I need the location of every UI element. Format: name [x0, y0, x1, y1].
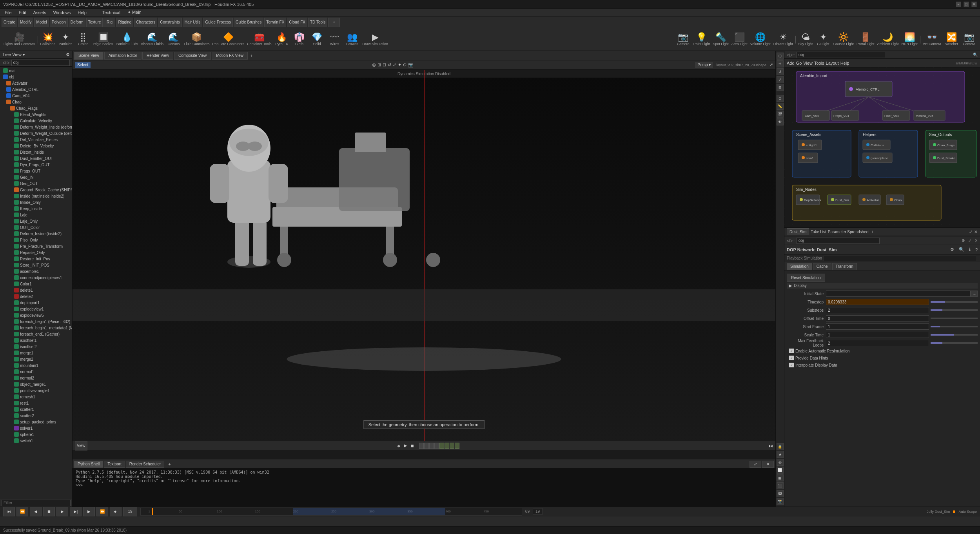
- toolbar-guideprocess-btn[interactable]: Guide Process: [203, 18, 233, 27]
- dop-search-icon[interactable]: 🔍: [959, 247, 964, 252]
- vp-tool-7[interactable]: ⊙: [403, 62, 407, 67]
- tree-item[interactable]: Chao: [0, 99, 72, 105]
- dop-tab-cache[interactable]: Cache: [813, 263, 831, 270]
- tree-item[interactable]: Cam_V04: [0, 93, 72, 99]
- menu-main[interactable]: ✦ Main: [124, 9, 145, 16]
- tab-scene-view[interactable]: Scene View: [74, 52, 103, 60]
- vp-tool-8[interactable]: 📷: [408, 62, 414, 67]
- side-tool-wireframe[interactable]: ⬜: [777, 467, 784, 474]
- toolbar-rigging-btn[interactable]: Rigging: [116, 18, 133, 27]
- tree-item[interactable]: Geo_OUT: [0, 180, 72, 187]
- vp-expand[interactable]: ⤢: [769, 62, 773, 67]
- tl-prev-frame-btn[interactable]: ◀: [30, 507, 42, 516]
- dop-close-icon[interactable]: ✕: [975, 238, 978, 243]
- tree-item[interactable]: Frags_OUT: [0, 168, 72, 174]
- tree-item[interactable]: Blend_Weights: [0, 111, 72, 118]
- tool-camera[interactable]: 📷 Camera: [675, 29, 692, 50]
- tree-item[interactable]: dopimport1: [0, 300, 72, 306]
- tool-grains[interactable]: ⣿ Grains: [74, 29, 92, 50]
- vp-tool-1[interactable]: ◎: [372, 62, 376, 67]
- tool-wires[interactable]: 〰 Wires: [326, 29, 343, 50]
- tool-caustic-light[interactable]: 🔆 Caustic Light: [832, 29, 855, 50]
- tool-vr-camera[interactable]: 👓 VR Camera: [922, 29, 942, 50]
- tree-item[interactable]: mat: [0, 67, 72, 74]
- tree-item[interactable]: Deform_Weight_Outside (deform): [0, 130, 72, 136]
- playback-sim-input[interactable]: [824, 256, 976, 261]
- side-tool-ruler[interactable]: 📏: [777, 103, 784, 110]
- tree-item[interactable]: Deform_Inside (inside2): [0, 231, 72, 237]
- tree-item[interactable]: connectadjacentpieces1: [0, 274, 72, 281]
- timeline-playhead[interactable]: [152, 508, 153, 515]
- tool-cloth[interactable]: 👘 Cloth: [290, 29, 308, 50]
- tool-lights-cameras[interactable]: 🎥 Lights and Cameras: [2, 29, 36, 50]
- tl-next-key-btn[interactable]: ⏩: [96, 507, 108, 516]
- tree-item[interactable]: sphere1: [0, 431, 72, 438]
- dop-settings-icon[interactable]: ⚙: [962, 238, 965, 243]
- max-feedback-loops-input[interactable]: [826, 340, 929, 346]
- tree-item[interactable]: scatter2: [0, 412, 72, 419]
- tree-item[interactable]: solver1: [0, 425, 72, 431]
- tree-item[interactable]: setup_packed_prims: [0, 419, 72, 425]
- tree-item[interactable]: rest1: [0, 400, 72, 406]
- tree-item[interactable]: Calculate_Velocity: [0, 118, 72, 124]
- tree-item[interactable]: Dust_Emitter_OUT: [0, 155, 72, 162]
- toolbar-modify-btn[interactable]: Modify: [18, 18, 33, 27]
- side-tool-rotate[interactable]: ↺: [777, 68, 784, 75]
- tree-item[interactable]: Pre_Fracture_Transform: [0, 243, 72, 249]
- toolbar-create-btn[interactable]: Create: [2, 18, 17, 27]
- timeline-track[interactable]: 1 50 100 150 200 250 300 350 400 450: [140, 508, 522, 516]
- offset-time-slider[interactable]: [931, 318, 978, 319]
- side-tool-camera-anim[interactable]: 🎬: [777, 111, 784, 118]
- tool-gi-light[interactable]: ✦ GI Light: [815, 29, 832, 50]
- tree-item[interactable]: Delete_By_Velocity: [0, 143, 72, 149]
- close-button[interactable]: ✕: [971, 2, 977, 7]
- reset-simulation-button[interactable]: Reset Simulation: [787, 274, 825, 282]
- toolbar-terrainfx-btn[interactable]: Terrain FX: [264, 18, 286, 27]
- side-tool-background[interactable]: 🖼: [777, 490, 784, 497]
- tree-item[interactable]: Inside_Only: [0, 199, 72, 205]
- menu-technical[interactable]: Technical: [99, 9, 123, 16]
- side-tool-display[interactable]: ▦: [777, 474, 784, 481]
- ng-layout-btn[interactable]: Layout: [826, 61, 839, 65]
- tool-camera-2[interactable]: 📷 Camera: [960, 29, 978, 50]
- tool-collisions[interactable]: 💥 Collisions: [39, 29, 57, 50]
- ng-go-btn[interactable]: Go: [796, 61, 802, 65]
- tl-play-real-btn[interactable]: ▶|: [70, 507, 82, 516]
- timestep-input[interactable]: [826, 299, 929, 305]
- dop-top-close[interactable]: ✕: [974, 229, 978, 234]
- toolbar-hairutils-btn[interactable]: Hair Utils: [183, 18, 203, 27]
- tool-oceans[interactable]: 🌊 Oceans: [165, 29, 182, 50]
- tree-item[interactable]: scatter1: [0, 406, 72, 412]
- provide-data-hints-checkbox[interactable]: ✓: [789, 356, 794, 360]
- tree-item[interactable]: merge2: [0, 356, 72, 362]
- tree-path-input[interactable]: [11, 60, 70, 66]
- tree-item[interactable]: explodeview1: [0, 306, 72, 312]
- tool-viscous-fluids[interactable]: 🌊 Viscous Fluids: [140, 29, 165, 50]
- vp-play-btn[interactable]: ▶: [404, 443, 407, 448]
- tree-item[interactable]: Activator: [0, 80, 72, 86]
- menu-file[interactable]: File: [2, 9, 15, 16]
- tree-item[interactable]: Geo_IN: [0, 174, 72, 180]
- tree-item[interactable]: Deform_Weight_Inside (deform): [0, 124, 72, 130]
- vp-end-icon[interactable]: ⏭: [769, 443, 773, 448]
- enable-auto-resim-checkbox[interactable]: ✓: [789, 349, 794, 353]
- tree-item[interactable]: Laje: [0, 212, 72, 218]
- toolbar-deform-btn[interactable]: Deform: [69, 18, 85, 27]
- tab-textport[interactable]: Textport: [104, 461, 125, 468]
- tree-item[interactable]: Inside (nut:inside inside2): [0, 193, 72, 199]
- tool-point-light[interactable]: 💡 Point Light: [692, 29, 711, 50]
- maximize-button[interactable]: □: [964, 2, 969, 7]
- substeps-slider[interactable]: [931, 309, 978, 311]
- initial-state-browse[interactable]: ...: [971, 291, 978, 297]
- side-tool-ghost[interactable]: ◎: [777, 459, 784, 466]
- tool-populate-containers[interactable]: 🔶 Populate Containers: [211, 29, 246, 50]
- side-tool-move[interactable]: ✛: [777, 60, 784, 67]
- dop-top-tab-list[interactable]: Take List: [811, 230, 826, 234]
- side-tool-resolution[interactable]: ⬛: [777, 482, 784, 489]
- console-close[interactable]: ✕: [762, 461, 774, 468]
- tool-hdr-light[interactable]: 🌅 HDR Light: [900, 29, 919, 50]
- toolbar-cloudfx-btn[interactable]: Cloud FX: [287, 18, 307, 27]
- tab-composite-view[interactable]: Composite View: [174, 52, 211, 60]
- tool-draw-simulation[interactable]: ▶ Draw Simulation: [361, 29, 389, 50]
- tab-render-scheduler[interactable]: Render Scheduler: [126, 461, 165, 468]
